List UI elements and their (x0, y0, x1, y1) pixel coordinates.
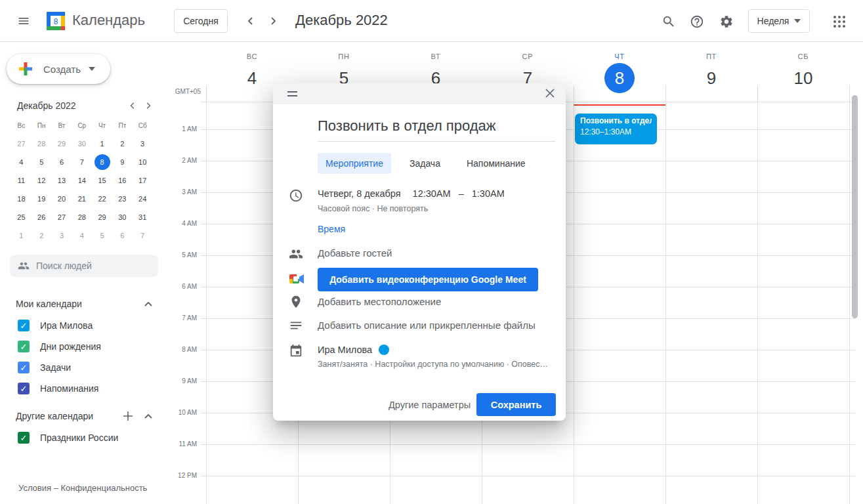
calendar-checkbox[interactable]: ✓ (18, 383, 30, 394)
mini-calendar-day[interactable]: 14 (74, 173, 90, 188)
mini-calendar-prev-button[interactable] (125, 98, 140, 114)
mini-calendar-day[interactable]: 16 (114, 173, 130, 188)
mini-calendar-day[interactable]: 27 (54, 209, 70, 225)
drag-handle-icon[interactable] (287, 91, 297, 96)
mini-calendar-day[interactable]: 9 (114, 154, 130, 170)
main-menu-button[interactable] (9, 7, 38, 35)
mini-calendar-day[interactable]: 15 (95, 173, 110, 188)
mini-calendar-day[interactable]: 6 (54, 154, 70, 170)
mini-calendar-day[interactable]: 29 (54, 136, 70, 152)
tab-event[interactable]: Мероприятие (318, 153, 391, 174)
today-button[interactable]: Сегодня (174, 9, 228, 33)
settings-button[interactable] (718, 13, 735, 30)
calendar-color-dot[interactable] (379, 345, 389, 355)
mini-calendar-day[interactable]: 1 (95, 136, 110, 152)
mini-calendar-day[interactable]: 29 (95, 209, 110, 225)
event-date[interactable]: Четверг, 8 декабря (318, 188, 401, 199)
calendar-list-item[interactable]: ✓Задачи (9, 357, 160, 378)
add-location-field[interactable]: Добавить местоположение (318, 296, 441, 307)
google-apps-button[interactable] (828, 11, 851, 32)
help-button[interactable] (688, 13, 705, 30)
close-button[interactable] (542, 87, 558, 102)
mini-calendar-day[interactable]: 3 (135, 136, 150, 152)
mini-calendar-day[interactable]: 11 (13, 173, 29, 188)
owner-calendar-row[interactable]: Ира Милова (318, 345, 389, 355)
mini-calendar-day[interactable]: 28 (74, 209, 90, 225)
calendar-list-item[interactable]: ✓Праздники России (9, 427, 160, 448)
dialog-drag-bar[interactable] (273, 83, 566, 104)
add-calendar-icon[interactable] (123, 411, 133, 421)
calendar-checkbox[interactable]: ✓ (18, 320, 30, 331)
day-number[interactable]: 10 (788, 63, 818, 93)
mini-calendar-day[interactable]: 28 (33, 136, 49, 152)
mini-calendar-day[interactable]: 5 (33, 154, 49, 170)
mini-calendar-day[interactable]: 7 (135, 228, 150, 243)
event-end-time[interactable]: 1:30AM (472, 188, 505, 199)
my-calendars-header[interactable]: Мои календари (16, 297, 152, 311)
mini-calendar-day[interactable]: 31 (135, 209, 150, 225)
vertical-scrollbar[interactable] (852, 95, 858, 318)
mini-calendar-day[interactable]: 30 (114, 209, 130, 225)
mini-calendar-day[interactable]: 1 (13, 228, 29, 243)
mini-calendar-day[interactable]: 19 (33, 191, 49, 207)
mini-calendar-day[interactable]: 13 (54, 173, 70, 188)
chevron-up-icon[interactable] (144, 413, 152, 419)
mini-calendar-day[interactable]: 25 (13, 209, 29, 225)
mini-calendar-day[interactable]: 23 (114, 191, 130, 207)
mini-calendar-day[interactable]: 3 (54, 228, 70, 243)
mini-calendar-day[interactable]: 5 (95, 228, 110, 243)
day-number[interactable]: 4 (237, 63, 267, 93)
calendar-checkbox[interactable]: ✓ (18, 362, 30, 373)
view-selector[interactable]: Неделя (748, 9, 810, 33)
mini-calendar-day[interactable]: 30 (74, 136, 90, 152)
mini-calendar-day[interactable]: 10 (135, 154, 150, 170)
mini-calendar-day[interactable]: 26 (33, 209, 49, 225)
other-calendars-header[interactable]: Другие календари (16, 409, 152, 423)
mini-calendar-day[interactable]: 22 (95, 191, 110, 207)
day-header-ЧТ[interactable]: ЧТ8 (574, 42, 665, 102)
mini-calendar-day[interactable]: 12 (33, 173, 49, 188)
mini-calendar-day[interactable]: 21 (74, 191, 90, 207)
create-button[interactable]: Создать (7, 54, 110, 84)
add-meet-button[interactable]: Добавить видеоконференцию Google Meet (318, 268, 538, 291)
mini-calendar-day[interactable]: 27 (13, 136, 29, 152)
day-number[interactable]: 8 (604, 63, 635, 93)
more-options-button[interactable]: Другие параметры (379, 393, 480, 416)
mini-calendar-day[interactable]: 2 (33, 228, 49, 243)
people-search-box[interactable] (10, 255, 158, 277)
mini-calendar-day[interactable]: 20 (54, 191, 70, 207)
next-period-button[interactable] (264, 12, 282, 30)
save-button[interactable]: Сохранить (476, 393, 556, 416)
mini-calendar-next-button[interactable] (140, 98, 156, 114)
tab-reminder[interactable]: Напоминание (459, 153, 534, 174)
calendar-checkbox[interactable]: ✓ (18, 341, 30, 352)
mini-calendar-day[interactable]: 4 (13, 154, 29, 170)
calendar-list-item[interactable]: ✓Ира Милова (9, 315, 160, 336)
mini-calendar-day[interactable]: 4 (74, 228, 90, 243)
event-chip[interactable]: Позвонить в отдел п 12:30–1:30AM (574, 113, 658, 145)
day-number[interactable]: 9 (696, 63, 726, 93)
terms-privacy-links[interactable]: Условия – Конфиденциальность (18, 483, 147, 493)
event-start-time[interactable]: 12:30AM (413, 188, 451, 199)
chevron-up-icon[interactable] (144, 301, 152, 306)
event-title-input[interactable]: Позвонить в отдел продаж (318, 117, 555, 142)
mini-calendar-day[interactable]: 24 (135, 191, 150, 207)
mini-calendar-day[interactable]: 7 (74, 154, 90, 170)
mini-calendar-day[interactable]: 6 (114, 228, 130, 243)
add-description-field[interactable]: Добавить описание или прикрепленные файл… (318, 320, 536, 331)
mini-calendar-day[interactable]: 2 (114, 136, 130, 152)
day-header-СБ[interactable]: СБ10 (757, 42, 849, 102)
mini-calendar-day[interactable]: 18 (13, 191, 29, 207)
search-button[interactable] (660, 13, 677, 30)
day-header-ПТ[interactable]: ПТ9 (665, 42, 757, 102)
time-link[interactable]: Время (318, 224, 345, 234)
add-guests-field[interactable]: Добавьте гостей (318, 247, 392, 259)
event-datetime[interactable]: Четверг, 8 декабря 12:30AM – 1:30AM (318, 188, 505, 199)
people-search-input[interactable] (36, 261, 141, 271)
mini-calendar-day[interactable]: 17 (135, 173, 150, 188)
previous-period-button[interactable] (242, 12, 260, 30)
calendar-checkbox[interactable]: ✓ (18, 432, 30, 444)
calendar-list-item[interactable]: ✓Напоминания (9, 378, 160, 399)
calendar-list-item[interactable]: ✓Дни рождения (9, 336, 160, 357)
tab-task[interactable]: Задача (402, 153, 448, 174)
